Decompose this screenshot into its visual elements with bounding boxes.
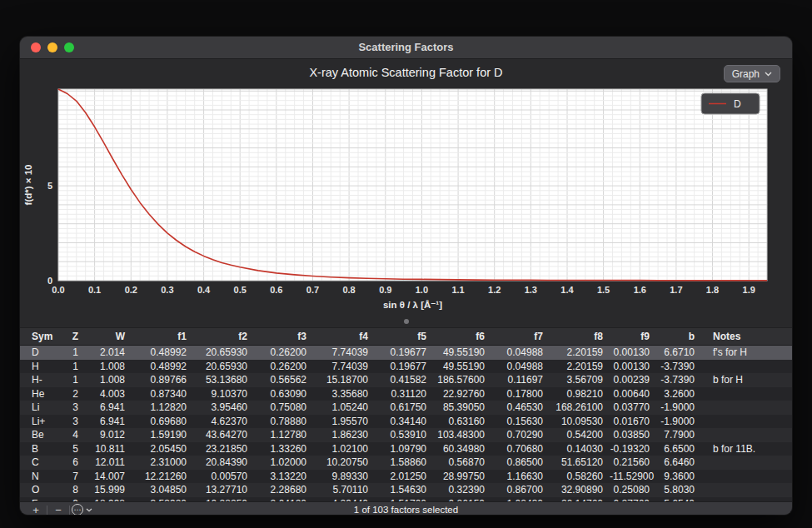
table-row[interactable]: O815.9993.0485013.277102.286805.701101.5… (20, 483, 792, 497)
cell-f7: 0.17800 (491, 387, 550, 401)
column-header-f5[interactable]: f5 (375, 328, 433, 346)
cell-f7: 0.70680 (491, 442, 550, 456)
svg-text:1.5: 1.5 (597, 285, 610, 295)
cell-b: 7.7900 (656, 428, 701, 442)
cell-f1: 0.69680 (132, 415, 193, 429)
table-row[interactable]: He24.0030.873409.103700.630903.356800.31… (20, 387, 792, 401)
table-row[interactable]: Be49.0121.5919043.642701.127801.862300.5… (20, 428, 792, 442)
table-row[interactable]: H11.0080.4899220.659300.262007.740390.19… (20, 360, 792, 374)
column-header-f1[interactable]: f1 (132, 328, 193, 346)
cell-f3: 0.26200 (254, 360, 313, 374)
column-header-f9[interactable]: f9 (610, 328, 656, 346)
chevron-down-icon (765, 72, 772, 77)
table-row[interactable]: D12.0140.4899220.659300.262007.740390.19… (20, 346, 792, 360)
chart-legend: D (701, 93, 760, 114)
cell-f7: 0.70290 (491, 428, 550, 442)
column-header-f2[interactable]: f2 (193, 328, 254, 346)
svg-text:1.1: 1.1 (451, 285, 464, 295)
column-header-sym[interactable]: Sym (20, 328, 57, 346)
column-header-f7[interactable]: f7 (491, 328, 550, 346)
svg-text:1.9: 1.9 (743, 285, 755, 295)
cell-f1: 3.04850 (132, 483, 193, 497)
column-header-f3[interactable]: f3 (254, 328, 313, 346)
cell-f2: 43.64270 (193, 428, 254, 442)
cell-f2: 0.00570 (193, 470, 254, 484)
scattering-factors-window: Scattering Factors X-ray Atomic Scatteri… (20, 37, 792, 515)
cell-f5: 0.34140 (375, 415, 433, 429)
cell-f2: 23.21850 (193, 442, 254, 456)
add-factor-button[interactable]: + (27, 503, 45, 516)
chart-section: X-ray Atomic Scattering Factor for D Gra… (20, 59, 792, 316)
column-header-f6[interactable]: f6 (433, 328, 491, 346)
column-header-w[interactable]: W (85, 328, 132, 346)
cell-z: 3 (57, 415, 85, 429)
cell-f4: 1.05240 (313, 401, 375, 415)
cell-z: 6 (57, 456, 85, 470)
cell-f1: 0.89766 (132, 373, 193, 387)
table-row[interactable]: C612.0112.3100020.843901.0200010.207501.… (20, 456, 792, 470)
cell-f9: -11.52900 (610, 470, 656, 484)
cell-f5: 1.09790 (375, 442, 433, 456)
cell-f4: 15.18700 (313, 373, 375, 387)
footer-divider (69, 506, 70, 515)
svg-text:0.5: 0.5 (234, 285, 247, 295)
table-row[interactable]: Li+36.9410.696804.623700.788801.955700.3… (20, 415, 792, 429)
x-axis-label: sin θ / λ [Å⁻¹] (383, 300, 442, 310)
cell-z: 1 (57, 360, 85, 374)
titlebar[interactable]: Scattering Factors (20, 37, 792, 59)
table-row[interactable]: B510.8112.0545023.218501.332601.021001.0… (20, 442, 792, 456)
cell-f8: 2.20159 (550, 360, 610, 374)
pane-splitter[interactable] (20, 316, 792, 327)
remove-factor-button[interactable]: − (49, 503, 67, 516)
cell-f8: 0.58260 (550, 470, 610, 484)
cell-f9: 0.25080 (610, 483, 656, 497)
actions-menu-button[interactable]: ⋯ (72, 504, 92, 515)
cell-f6: 28.99750 (433, 470, 491, 484)
cell-f7: 0.46530 (491, 401, 550, 415)
svg-text:1.2: 1.2 (488, 285, 501, 295)
cell-f1: 1.59190 (132, 428, 193, 442)
cell-f6: 22.92760 (433, 387, 491, 401)
cell-f5: 0.61750 (375, 401, 433, 415)
cell-f3: 1.33260 (254, 442, 313, 456)
column-header-notes[interactable]: Notes (701, 328, 792, 346)
window-title: Scattering Factors (20, 37, 792, 58)
svg-text:1.0: 1.0 (416, 285, 428, 295)
cell-f2: 53.13680 (193, 373, 254, 387)
cell-f2: 20.65930 (193, 346, 254, 360)
cell-f4: 1.95570 (313, 415, 375, 429)
cell-b: 3.2600 (656, 387, 701, 401)
cell-b: -1.9000 (656, 401, 701, 415)
cell-f5: 0.53910 (375, 428, 433, 442)
column-header-f4[interactable]: f4 (313, 328, 375, 346)
cell-w: 14.007 (85, 470, 132, 484)
column-header-b[interactable]: b (656, 328, 701, 346)
cell-f6: 0.63160 (433, 415, 491, 429)
zoom-button[interactable] (64, 42, 74, 52)
traffic-lights (31, 42, 74, 52)
column-header-f8[interactable]: f8 (550, 328, 610, 346)
column-header-z[interactable]: Z (57, 328, 85, 346)
graph-mode-popup[interactable]: Graph (724, 65, 780, 82)
cell-f8: 10.09530 (550, 415, 610, 429)
cell-b: 6.6710 (656, 346, 701, 360)
cell-notes (701, 360, 792, 374)
cell-z: 5 (57, 442, 85, 456)
table-row[interactable]: N714.00712.212600.005703.132209.893302.0… (20, 470, 792, 484)
cell-f4: 7.74039 (313, 346, 375, 360)
close-button[interactable] (31, 42, 41, 52)
cell-z: 2 (57, 387, 85, 401)
cell-b: 6.6460 (656, 456, 701, 470)
svg-text:1.4: 1.4 (560, 285, 574, 295)
table-row[interactable]: H-11.0080.8976653.136800.5656215.187000.… (20, 373, 792, 387)
table-row[interactable]: Li36.9411.128203.954600.750801.052400.61… (20, 401, 792, 415)
svg-text:0.8: 0.8 (342, 285, 355, 295)
cell-f9: 0.00640 (610, 387, 656, 401)
minimize-button[interactable] (47, 42, 57, 52)
cell-f3: 0.56562 (254, 373, 313, 387)
cell-z: 7 (57, 470, 85, 484)
cell-f3: 0.26200 (254, 346, 313, 360)
cell-z: 1 (57, 373, 85, 387)
cell-f9: 0.00130 (610, 346, 656, 360)
cell-f2: 3.95460 (193, 401, 254, 415)
